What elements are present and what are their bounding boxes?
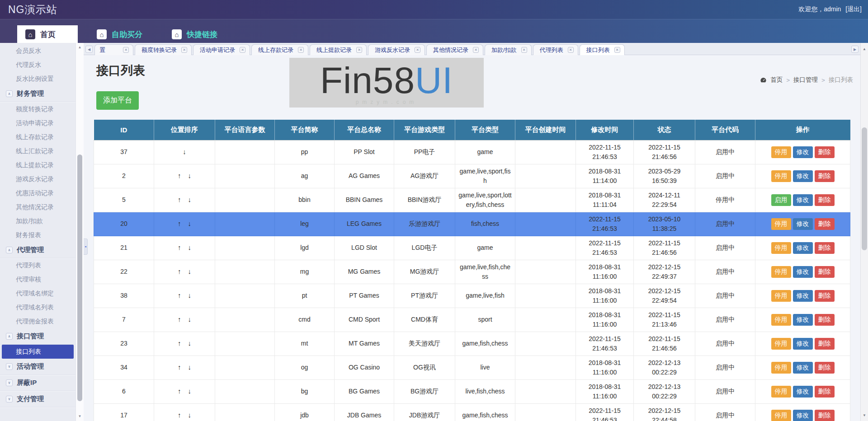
tab-close-icon[interactable]: ✕ — [240, 47, 245, 53]
scroll-down-icon[interactable]: ▼ — [861, 412, 868, 419]
cell-sort-arrows[interactable]: ↑ ↓ — [154, 236, 215, 260]
cell-sort-arrows[interactable]: ↑ ↓ — [154, 260, 215, 284]
sidebar-section[interactable]: ∧ 财务管理 — [0, 86, 75, 102]
sidebar-item[interactable]: 会员反水 — [0, 44, 75, 58]
tab[interactable]: 线上存款记录 ✕ — [251, 44, 308, 55]
sidebar-item[interactable]: 代理域名列表 — [0, 300, 75, 314]
sidebar-scrollbar[interactable]: ▲ ▼ — [75, 43, 84, 421]
tab-close-icon[interactable]: ✕ — [123, 47, 129, 53]
scrollbar-thumb[interactable] — [77, 154, 82, 401]
add-platform-button[interactable]: 添加平台 — [96, 91, 139, 110]
cell-sort-arrows[interactable]: ↑ ↓ — [154, 188, 215, 212]
tab[interactable]: 其他情况记录 ✕ — [426, 44, 483, 55]
action-button-danger[interactable]: 删除 — [815, 410, 835, 421]
sidebar-item[interactable]: 加款/扣款 — [0, 214, 75, 228]
tab[interactable]: 置 ✕ — [94, 44, 133, 55]
action-button-primary[interactable]: 修改 — [793, 194, 813, 206]
sidebar-item[interactable]: 财务报表 — [0, 228, 75, 242]
tab-scroll-right-button[interactable]: ▶ — [851, 46, 859, 53]
tab-close-icon[interactable]: ✕ — [521, 47, 527, 53]
action-button-primary[interactable]: 修改 — [793, 386, 813, 398]
action-button-warning[interactable]: 停用 — [771, 218, 791, 230]
action-button-warning[interactable]: 停用 — [771, 266, 791, 278]
action-button-warning[interactable]: 停用 — [771, 146, 791, 158]
action-button-warning[interactable]: 停用 — [771, 170, 791, 182]
tab[interactable]: 代理列表 ✕ — [533, 44, 578, 55]
cell-sort-arrows[interactable]: ↑ ↓ — [154, 332, 215, 356]
sidebar-item[interactable]: 线上存款记录 — [0, 130, 75, 144]
cell-sort-arrows[interactable]: ↓ — [154, 140, 215, 164]
sidebar-section[interactable]: ∧ 代理管理 — [0, 242, 75, 258]
action-button-danger[interactable]: 删除 — [815, 218, 835, 230]
action-button-danger[interactable]: 删除 — [815, 362, 835, 374]
sidebar-item[interactable]: 代理反水 — [0, 58, 75, 72]
action-button-danger[interactable]: 删除 — [815, 338, 835, 350]
scrollbar-thumb[interactable] — [862, 127, 867, 250]
action-button-success[interactable]: 启用 — [771, 194, 791, 206]
tab[interactable]: 线上提款记录 ✕ — [310, 44, 367, 55]
action-button-danger[interactable]: 删除 — [815, 290, 835, 302]
nav-item-home[interactable]: ⌂ 首页 — [17, 25, 78, 43]
tab[interactable]: 加款/扣款 ✕ — [485, 44, 532, 55]
scroll-up-icon[interactable]: ▲ — [861, 46, 868, 53]
action-button-danger[interactable]: 删除 — [815, 266, 835, 278]
action-button-warning[interactable]: 停用 — [771, 410, 791, 421]
action-button-primary[interactable]: 修改 — [793, 170, 813, 182]
cell-sort-arrows[interactable]: ↑ ↓ — [154, 356, 215, 379]
action-button-danger[interactable]: 删除 — [815, 242, 835, 254]
cell-sort-arrows[interactable]: ↑ ↓ — [154, 403, 215, 421]
sidebar-collapse-handle[interactable]: ◂ — [84, 239, 88, 255]
sidebar-item[interactable]: 游戏反水记录 — [0, 172, 75, 186]
tab[interactable]: 接口列表 ✕ — [580, 44, 625, 55]
sidebar-item[interactable]: 代理列表 — [0, 258, 75, 272]
tab-close-icon[interactable]: ✕ — [614, 47, 620, 53]
logout-link[interactable]: [退出] — [845, 5, 862, 13]
tab-close-icon[interactable]: ✕ — [298, 47, 304, 53]
breadcrumb-home[interactable]: 首页 — [770, 76, 783, 84]
cell-sort-arrows[interactable]: ↑ ↓ — [154, 284, 215, 308]
action-button-primary[interactable]: 修改 — [793, 362, 813, 374]
sidebar-item[interactable]: 接口列表 — [2, 345, 74, 359]
action-button-primary[interactable]: 修改 — [793, 218, 813, 230]
sidebar-item[interactable]: 额度转换记录 — [0, 102, 75, 116]
sidebar-section[interactable]: ∧ 接口管理 — [0, 328, 75, 345]
action-button-primary[interactable]: 修改 — [793, 290, 813, 302]
nav-item-quick-links[interactable]: ⌂ 快捷链接 — [164, 25, 226, 43]
sidebar-item[interactable]: 线上汇款记录 — [0, 144, 75, 158]
tab[interactable]: 活动申请记录 ✕ — [193, 44, 250, 55]
tab[interactable]: 额度转换记录 ✕ — [135, 44, 192, 55]
action-button-danger[interactable]: 删除 — [815, 386, 835, 398]
action-button-primary[interactable]: 修改 — [793, 146, 813, 158]
action-button-primary[interactable]: 修改 — [793, 338, 813, 350]
sidebar-item[interactable]: 其他情况记录 — [0, 200, 75, 214]
scroll-down-icon[interactable]: ▼ — [76, 413, 84, 420]
nav-item-self-buy[interactable]: ⌂ 自助买分 — [89, 25, 151, 43]
content-scrollbar[interactable]: ▲ ▼ — [860, 43, 868, 421]
sidebar-item[interactable]: 代理域名绑定 — [0, 286, 75, 300]
action-button-warning[interactable]: 停用 — [771, 338, 791, 350]
sidebar-section[interactable]: ∨ 支付管理 — [0, 391, 75, 407]
action-button-primary[interactable]: 修改 — [793, 314, 813, 326]
tab-scroll-left-button[interactable]: ◀ — [85, 46, 93, 53]
sidebar-item[interactable]: 代理佣金报表 — [0, 314, 75, 328]
action-button-warning[interactable]: 停用 — [771, 362, 791, 374]
action-button-primary[interactable]: 修改 — [793, 242, 813, 254]
tab-close-icon[interactable]: ✕ — [415, 47, 420, 53]
cell-sort-arrows[interactable]: ↑ ↓ — [154, 308, 215, 332]
action-button-warning[interactable]: 停用 — [771, 290, 791, 302]
action-button-primary[interactable]: 修改 — [793, 266, 813, 278]
scroll-up-icon[interactable]: ▲ — [76, 44, 84, 51]
sidebar-item[interactable]: 优惠活动记录 — [0, 186, 75, 200]
sidebar-item[interactable]: 反水比例设置 — [0, 72, 75, 86]
tab-close-icon[interactable]: ✕ — [181, 47, 187, 53]
action-button-danger[interactable]: 删除 — [815, 146, 835, 158]
tab-close-icon[interactable]: ✕ — [356, 47, 362, 53]
action-button-danger[interactable]: 删除 — [815, 170, 835, 182]
cell-sort-arrows[interactable]: ↑ ↓ — [154, 212, 215, 236]
action-button-danger[interactable]: 删除 — [815, 194, 835, 206]
action-button-warning[interactable]: 停用 — [771, 314, 791, 326]
cell-sort-arrows[interactable]: ↑ ↓ — [154, 379, 215, 403]
tab-close-icon[interactable]: ✕ — [568, 47, 574, 53]
breadcrumb-section[interactable]: 接口管理 — [793, 76, 818, 84]
sidebar-section[interactable]: ∨ 屏蔽IP — [0, 375, 75, 391]
